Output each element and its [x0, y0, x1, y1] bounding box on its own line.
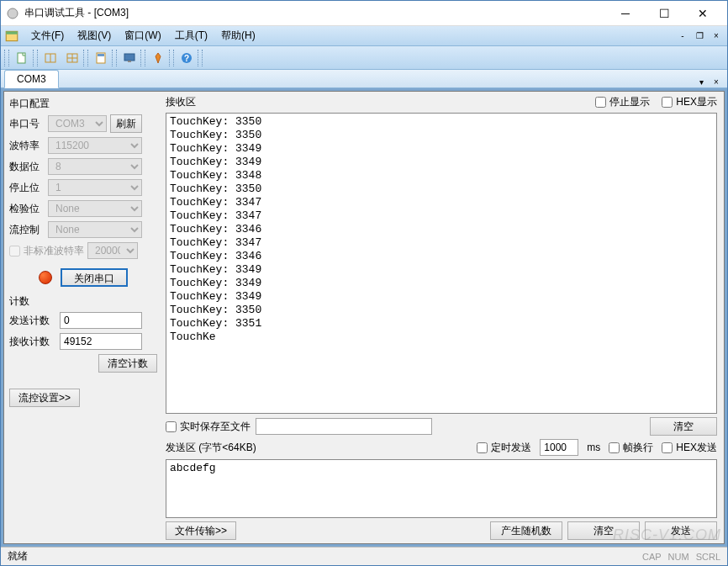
nonstd-baud-select[interactable]: 200000 — [87, 242, 138, 259]
realtime-save-checkbox[interactable] — [166, 421, 177, 432]
menu-tools[interactable]: 工具(T) — [168, 27, 214, 45]
svg-rect-12 — [128, 61, 131, 62]
send-count-field[interactable] — [60, 312, 142, 329]
menu-file[interactable]: 文件(F) — [24, 27, 71, 45]
hex-display-checkbox[interactable] — [662, 97, 673, 108]
status-ready: 就绪 — [8, 549, 28, 563]
tabbar: COM3 ▾ × — [1, 70, 727, 88]
close-button[interactable]: ✕ — [683, 2, 722, 25]
tx-header: 发送区 (字节<64KB) 定时发送 ms 帧换行 HEX发送 — [166, 439, 717, 456]
status-scrl: SCRL — [696, 552, 720, 562]
hex-send-checkbox[interactable] — [662, 442, 673, 453]
file-transfer-button[interactable]: 文件传输>> — [166, 521, 236, 540]
hex-send-option[interactable]: HEX发送 — [662, 441, 717, 455]
close-port-button[interactable]: 关闭串口 — [61, 268, 128, 287]
toolbar-grip-6 — [169, 50, 174, 66]
toolbar-grip-5 — [140, 50, 145, 66]
timed-interval-field[interactable] — [540, 439, 578, 456]
send-button[interactable]: 发送 — [645, 521, 717, 540]
nonstd-baud-checkbox[interactable] — [9, 246, 20, 257]
timed-send-option[interactable]: 定时发送 — [477, 441, 531, 455]
recv-count-label: 接收计数 — [9, 335, 56, 349]
toolbar-new-icon[interactable] — [12, 49, 32, 67]
menu-window[interactable]: 窗口(W) — [118, 27, 167, 45]
timed-unit-label: ms — [587, 442, 600, 453]
statusbar: 就绪 CAP NUM SCRL — [1, 547, 727, 565]
databits-select[interactable]: 8 — [48, 158, 142, 175]
flow-label: 流控制 — [9, 223, 45, 237]
realtime-save-option[interactable]: 实时保存至文件 — [166, 420, 251, 434]
toolbar-grip-2 — [33, 50, 38, 66]
status-num: NUM — [668, 552, 689, 562]
status-cap: CAP — [642, 552, 662, 562]
svg-rect-2 — [6, 31, 18, 34]
flow-settings-button[interactable]: 流控设置>> — [9, 389, 80, 407]
app-icon — [6, 7, 19, 20]
toolbar-calc-icon[interactable] — [91, 49, 111, 67]
svg-point-0 — [8, 8, 18, 19]
port-label: 串口号 — [9, 117, 45, 131]
document-window: 串口配置 串口号 COM3 刷新 波特率 115200 数据位 8 停止位 1 … — [3, 91, 725, 544]
toolbar-grip — [4, 50, 9, 66]
workarea: 串口配置 串口号 COM3 刷新 波特率 115200 数据位 8 停止位 1 … — [1, 88, 727, 547]
counter-title: 计数 — [9, 294, 157, 309]
config-title: 串口配置 — [9, 97, 157, 111]
toolbar-grip-7 — [198, 50, 203, 66]
toolbar-help-icon[interactable]: ? — [177, 49, 197, 67]
window-title: 串口调试工具 - [COM3] — [24, 6, 606, 20]
stopbits-select[interactable]: 1 — [48, 179, 142, 196]
baud-select[interactable]: 115200 — [48, 137, 142, 154]
clear-count-button[interactable]: 清空计数 — [98, 354, 157, 373]
baud-label: 波特率 — [9, 139, 45, 153]
random-button[interactable]: 产生随机数 — [490, 521, 562, 540]
nonstd-baud-label: 非标准波特率 — [24, 244, 84, 258]
toolbar-pin-icon[interactable] — [148, 49, 168, 67]
menubar: 文件(F) 视图(V) 窗口(W) 工具(T) 帮助(H) - ❐ × — [1, 26, 727, 46]
port-select[interactable]: COM3 — [48, 115, 107, 132]
parity-select[interactable]: None — [48, 200, 142, 217]
stopbits-label: 停止位 — [9, 181, 45, 195]
tx-clear-button[interactable]: 清空 — [567, 521, 640, 540]
mdi-close-button[interactable]: × — [709, 29, 724, 43]
mdi-minimize-button[interactable]: - — [675, 29, 690, 43]
svg-rect-11 — [124, 54, 135, 61]
left-panel: 串口配置 串口号 COM3 刷新 波特率 115200 数据位 8 停止位 1 … — [4, 92, 162, 543]
rx-clear-button[interactable]: 清空 — [650, 417, 717, 436]
databits-label: 数据位 — [9, 160, 45, 174]
toolbar-layout1-icon[interactable] — [40, 49, 61, 67]
maximize-button[interactable]: ☐ — [645, 2, 683, 25]
recv-count-field[interactable] — [60, 333, 142, 350]
tx-textarea[interactable]: abcdefg — [166, 459, 717, 518]
save-row: 实时保存至文件 清空 — [166, 417, 717, 436]
toolbar-layout2-icon[interactable] — [62, 49, 82, 67]
titlebar: 串口调试工具 - [COM3] ─ ☐ ✕ — [1, 1, 727, 26]
rx-header: 接收区 停止显示 HEX显示 — [166, 95, 717, 109]
rx-title: 接收区 — [166, 95, 196, 109]
toolbar-monitor-icon[interactable] — [119, 49, 140, 67]
stop-display-option[interactable]: 停止显示 — [595, 95, 650, 109]
save-path-field[interactable] — [256, 418, 432, 435]
flow-select[interactable]: None — [48, 221, 142, 238]
minimize-button[interactable]: ─ — [606, 2, 645, 25]
toolbar: ? — [1, 46, 727, 70]
mdi-restore-button[interactable]: ❐ — [692, 29, 707, 43]
tx-title: 发送区 (字节<64KB) — [166, 441, 256, 455]
menu-help[interactable]: 帮助(H) — [214, 27, 262, 45]
toolbar-grip-3 — [83, 50, 88, 66]
rx-textarea[interactable]: TouchKey: 3350 TouchKey: 3350 TouchKey: … — [166, 113, 717, 414]
menu-view[interactable]: 视图(V) — [71, 27, 118, 45]
tx-buttons: 文件传输>> 产生随机数 清空 发送 — [166, 521, 717, 540]
menubar-app-icon — [4, 29, 19, 44]
tab-com3[interactable]: COM3 — [4, 70, 59, 88]
frame-wrap-checkbox[interactable] — [609, 442, 620, 453]
send-count-label: 发送计数 — [9, 314, 56, 328]
timed-send-checkbox[interactable] — [477, 442, 488, 453]
refresh-button[interactable]: 刷新 — [110, 114, 142, 133]
frame-wrap-option[interactable]: 帧换行 — [609, 441, 653, 455]
hex-display-option[interactable]: HEX显示 — [662, 95, 717, 109]
tab-dropdown-icon[interactable]: ▾ — [695, 76, 707, 87]
port-status-icon — [39, 271, 52, 284]
tab-close-icon[interactable]: × — [710, 76, 722, 87]
stop-display-checkbox[interactable] — [595, 97, 606, 108]
right-panel: 接收区 停止显示 HEX显示 TouchKey: 3350 TouchKey: … — [162, 92, 724, 543]
